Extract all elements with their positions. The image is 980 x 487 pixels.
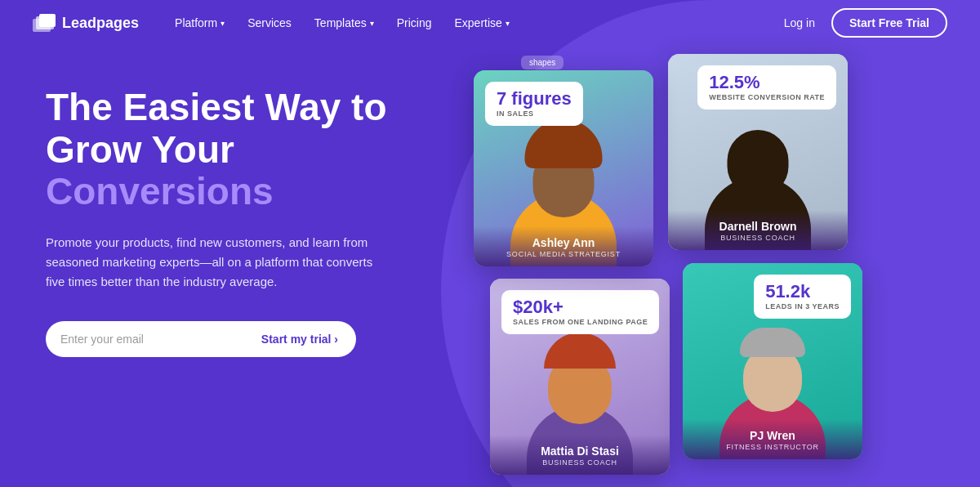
pj-name-overlay: PJ Wren FITNESS INSTRUCTOR	[683, 419, 862, 459]
nav-expertise[interactable]: Expertise ▾	[444, 10, 519, 36]
darnell-role: BUSINESS COACH	[676, 234, 840, 242]
ashley-name: Ashley Ann	[482, 236, 645, 249]
mattia-name-overlay: Mattia Di Stasi BUSINESS COACH	[490, 435, 670, 475]
ashley-role: SOCIAL MEDIA STRATEGIST	[482, 250, 645, 258]
login-button[interactable]: Log in	[784, 16, 815, 29]
navbar: Leadpages Platform ▾ Services Templates …	[0, 0, 980, 46]
hero-subtext: Promote your products, find new customer…	[46, 233, 389, 292]
pj-role: FITNESS INSTRUCTOR	[691, 443, 854, 451]
card-ashley: 7 figures IN SALES Ashley Ann SOCIAL MED…	[474, 70, 653, 266]
ashley-stat-label: IN SALES	[497, 109, 572, 118]
headline-accent: Conversions	[46, 170, 274, 212]
logo-icon	[33, 14, 56, 32]
hero-headline: The Easiest Way to Grow Your Conversions	[46, 87, 425, 213]
nav-services[interactable]: Services	[238, 10, 301, 36]
email-input[interactable]	[60, 333, 247, 346]
card-mattia: $20k+ SALES FROM ONE LANDING PAGE Mattia…	[490, 279, 670, 475]
ashley-stat-value: 7 figures	[497, 90, 572, 108]
hero-right: shapes 7 figures IN SALES	[425, 46, 980, 487]
darnell-stat-label: WEBSITE CONVERSION RATE	[709, 93, 825, 101]
darnell-name-overlay: Darnell Brown BUSINESS COACH	[668, 210, 848, 250]
headline-line2: Grow Your Conversions	[46, 128, 274, 213]
pj-name: PJ Wren	[691, 429, 854, 442]
ashley-stat-overlay: 7 figures IN SALES	[485, 82, 583, 126]
cards-container: shapes 7 figures IN SALES	[449, 54, 923, 479]
chevron-down-icon: ▾	[220, 19, 225, 28]
card-darnell: 12.5% WEBSITE CONVERSION RATE Darnell Br…	[668, 54, 848, 250]
start-trial-form-button[interactable]: Start my trial ›	[247, 324, 353, 354]
logo[interactable]: Leadpages	[33, 14, 139, 32]
darnell-stat-value: 12.5%	[709, 74, 825, 92]
pj-stat-overlay: 51.2k LEADS IN 3 YEARS	[754, 275, 851, 319]
mattia-name: Mattia Di Stasi	[498, 445, 662, 458]
mattia-role: BUSINESS COACH	[498, 458, 662, 467]
pj-stat-value: 51.2k	[765, 283, 840, 301]
email-form: Start my trial ›	[46, 321, 356, 357]
nav-links: Platform ▾ Services Templates ▾ Pricing …	[165, 10, 784, 36]
chevron-down-icon: ▾	[370, 19, 374, 28]
hero-left: The Easiest Way to Grow Your Conversions…	[0, 46, 425, 487]
mattia-stat-value: $20k+	[513, 298, 648, 316]
nav-platform[interactable]: Platform ▾	[165, 10, 234, 36]
ashley-name-overlay: Ashley Ann SOCIAL MEDIA STRATEGIST	[474, 226, 653, 266]
chevron-down-icon: ▾	[506, 19, 510, 28]
start-trial-button[interactable]: Start Free Trial	[831, 8, 947, 38]
darnell-stat-overlay: 12.5% WEBSITE CONVERSION RATE	[697, 65, 836, 109]
darnell-name: Darnell Brown	[676, 220, 840, 233]
mattia-stat-label: SALES FROM ONE LANDING PAGE	[513, 318, 648, 326]
nav-pricing[interactable]: Pricing	[387, 10, 442, 36]
nav-actions: Log in Start Free Trial	[784, 8, 947, 38]
hero-section: The Easiest Way to Grow Your Conversions…	[0, 46, 980, 487]
svg-rect-2	[39, 14, 56, 27]
headline-line1: The Easiest Way to	[46, 86, 387, 128]
logo-text: Leadpages	[62, 15, 139, 32]
card-pj: 51.2k LEADS IN 3 YEARS PJ Wren FITNESS I…	[683, 263, 862, 459]
pj-stat-label: LEADS IN 3 YEARS	[765, 302, 840, 311]
nav-templates[interactable]: Templates ▾	[305, 10, 384, 36]
mattia-stat-overlay: $20k+ SALES FROM ONE LANDING PAGE	[501, 290, 659, 334]
shapes-badge: shapes	[521, 56, 564, 69]
